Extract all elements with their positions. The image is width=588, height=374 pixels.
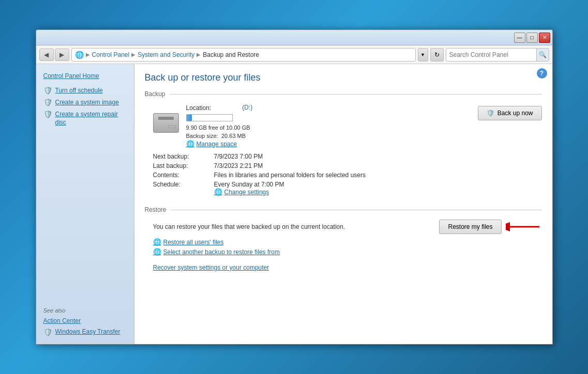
disk-icon xyxy=(153,113,179,133)
recover-link[interactable]: Recover system settings or your computer xyxy=(153,264,542,271)
location-info: Location: (D:) 9.90 GB free of 10.00 GB … xyxy=(186,104,253,148)
next-backup-label: Next backup: xyxy=(153,153,210,160)
manage-space-link[interactable]: 🌐 Manage space xyxy=(186,140,253,148)
main-content: ? Back up or restore your files Backup xyxy=(134,64,552,344)
globe-icon-manage: 🌐 xyxy=(186,140,194,148)
window-body: Control Panel Home 🛡️ Turn off schedule … xyxy=(36,64,552,344)
breadcrumb-dropdown-button[interactable]: ▼ xyxy=(418,48,428,61)
globe-icon-select-another: 🌐 xyxy=(153,248,161,256)
sidebar-item-label-repair-disc: Create a system repair disc xyxy=(55,110,127,128)
restore-all-users-label: Restore all users' files xyxy=(163,239,224,246)
select-another-backup-link[interactable]: 🌐 Select another backup to restore files… xyxy=(153,248,542,256)
sidebar-home[interactable]: Control Panel Home xyxy=(36,70,134,85)
sidebar-item-create-repair-disc[interactable]: 🛡️ Create a system repair disc xyxy=(36,108,134,129)
page-title: Back up or restore your files xyxy=(145,72,542,83)
schedule-label: Schedule: xyxy=(153,181,210,196)
red-arrow-svg xyxy=(506,221,542,233)
close-button[interactable]: ✕ xyxy=(539,33,550,43)
change-settings-link[interactable]: 🌐 Change settings xyxy=(214,188,542,196)
contents-label: Contents: xyxy=(153,172,210,179)
restore-button-area: Restore my files xyxy=(429,220,541,234)
location-drive: (D:) xyxy=(242,104,252,111)
breadcrumb-globe-icon: 🌐 xyxy=(75,51,84,59)
backup-size-text: Backup size: 20.63 MB xyxy=(186,133,253,139)
sidebar-item-turn-off-schedule[interactable]: 🛡️ Turn off schedule xyxy=(36,85,134,97)
backup-details: Next backup: 7/9/2023 7:00 PM Last backu… xyxy=(153,153,542,196)
arrow-2: ▶ xyxy=(131,52,135,57)
restore-links: 🌐 Restore all users' files 🌐 Select anot… xyxy=(153,238,542,256)
select-another-label: Select another backup to restore files f… xyxy=(163,248,280,256)
restore-divider xyxy=(171,210,542,210)
schedule-value: Every Sunday at 7:00 PM xyxy=(214,181,542,188)
title-bar: — □ ✕ xyxy=(36,30,552,45)
sidebar-item-label-turn-off: Turn off schedule xyxy=(55,86,103,95)
storage-progress-fill xyxy=(187,115,192,121)
manage-space-label: Manage space xyxy=(197,141,237,148)
sidebar: Control Panel Home 🛡️ Turn off schedule … xyxy=(36,64,134,344)
backup-location-area: Location: (D:) 9.90 GB free of 10.00 GB … xyxy=(153,104,253,148)
last-backup-value: 7/3/2023 2:21 PM xyxy=(214,162,542,169)
shield-icon-4: 🛡️ xyxy=(43,328,52,336)
sidebar-action-center[interactable]: Action Center xyxy=(36,316,134,326)
breadcrumb-security[interactable]: System and Security xyxy=(138,51,194,58)
next-backup-value: 7/9/2023 7:00 PM xyxy=(214,153,542,160)
backup-divider xyxy=(170,94,542,95)
nav-buttons: ◀ ▶ xyxy=(39,49,69,61)
restore-content: You can restore your files that were bac… xyxy=(145,220,542,271)
window-controls: — □ ✕ xyxy=(514,33,550,43)
back-button[interactable]: ◀ xyxy=(39,49,54,61)
storage-progress-bar xyxy=(186,114,233,121)
sidebar-windows-easy-transfer[interactable]: 🛡️ Windows Easy Transfer xyxy=(36,326,134,338)
change-settings-label: Change settings xyxy=(224,189,269,196)
see-also-label: See also xyxy=(36,303,134,316)
free-space-text: 9.90 GB free of 10.00 GB xyxy=(186,124,253,131)
address-bar: ◀ ▶ 🌐 ▶ Control Panel ▶ System and Secur… xyxy=(36,45,552,64)
breadcrumb-current: Backup and Restore xyxy=(203,51,259,58)
back-up-now-label: Back up now xyxy=(497,110,533,117)
shield-icon-3: 🛡️ xyxy=(43,110,52,118)
search-box: 🔍 xyxy=(446,48,549,61)
shield-icon-2: 🛡️ xyxy=(43,98,52,106)
backup-btn-icon: 🛡️ xyxy=(487,110,494,117)
restore-all-users-link[interactable]: 🌐 Restore all users' files xyxy=(153,238,542,246)
breadcrumb: 🌐 ▶ Control Panel ▶ System and Security … xyxy=(71,48,416,61)
search-input[interactable] xyxy=(446,51,536,58)
location-label: Location: xyxy=(186,104,212,112)
minimize-button[interactable]: — xyxy=(514,33,525,43)
globe-icon-restore-all: 🌐 xyxy=(153,238,161,246)
arrow-1: ▶ xyxy=(86,52,90,57)
globe-icon-settings: 🌐 xyxy=(214,188,222,196)
restore-label: Restore xyxy=(145,206,167,213)
maximize-button[interactable]: □ xyxy=(526,33,538,43)
shield-icon-1: 🛡️ xyxy=(43,86,52,95)
backup-label: Backup xyxy=(145,90,165,98)
search-button[interactable]: 🔍 xyxy=(536,49,549,61)
arrow-indicator xyxy=(506,221,542,233)
refresh-button[interactable]: ↻ xyxy=(430,48,444,61)
main-window: — □ ✕ ◀ ▶ 🌐 ▶ Control Panel ▶ System and… xyxy=(36,29,553,345)
sidebar-item-create-system-image[interactable]: 🛡️ Create a system image xyxy=(36,97,134,108)
restore-my-files-button[interactable]: Restore my files xyxy=(439,220,501,234)
restore-section-header: Restore xyxy=(145,206,542,213)
backup-button-wrapper: 🛡️ Back up now xyxy=(478,104,542,120)
backup-size-value: 20.63 MB xyxy=(221,133,246,139)
backup-content: Location: (D:) 9.90 GB free of 10.00 GB … xyxy=(145,104,542,196)
schedule-value-area: Every Sunday at 7:00 PM 🌐 Change setting… xyxy=(214,181,542,196)
forward-button[interactable]: ▶ xyxy=(55,49,69,61)
contents-value: Files in libraries and personal folders … xyxy=(214,172,542,179)
last-backup-label: Last backup: xyxy=(153,162,210,169)
sidebar-easy-transfer-label: Windows Easy Transfer xyxy=(55,328,120,336)
back-up-now-button[interactable]: 🛡️ Back up now xyxy=(478,106,542,120)
restore-top-row: You can restore your files that were bac… xyxy=(153,220,542,234)
backup-size-label: Backup size: xyxy=(186,133,218,139)
disk-body-graphic xyxy=(153,113,179,133)
backup-top-row: Location: (D:) 9.90 GB free of 10.00 GB … xyxy=(153,104,542,148)
restore-description: You can restore your files that were bac… xyxy=(153,223,345,230)
sidebar-spacer xyxy=(36,129,134,303)
restore-section: Restore You can restore your files that … xyxy=(145,206,542,271)
help-button[interactable]: ? xyxy=(537,68,547,79)
arrow-3: ▶ xyxy=(197,52,201,57)
breadcrumb-cp[interactable]: Control Panel xyxy=(92,51,130,58)
backup-section-header: Backup xyxy=(145,90,542,98)
sidebar-item-label-create-image: Create a system image xyxy=(55,98,119,107)
